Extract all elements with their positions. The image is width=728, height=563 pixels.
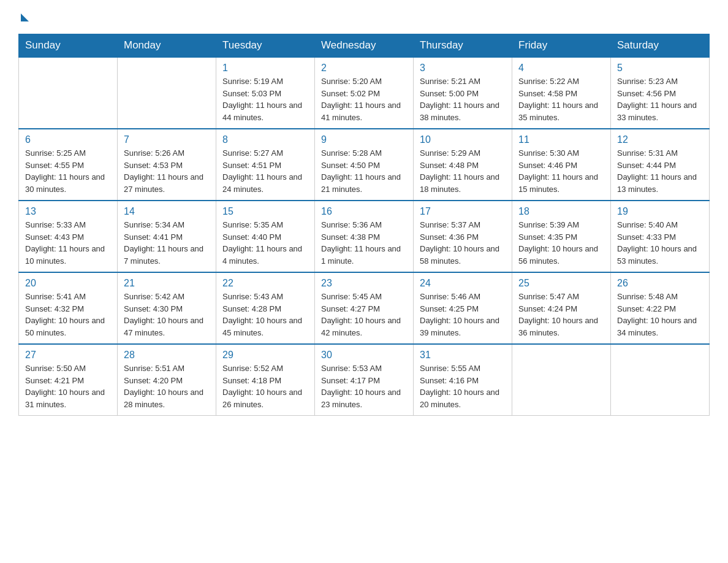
day-number: 23 <box>321 278 407 289</box>
day-info: Sunrise: 5:42 AMSunset: 4:30 PMDaylight:… <box>124 291 210 339</box>
calendar-cell: 17Sunrise: 5:37 AMSunset: 4:36 PMDayligh… <box>414 201 512 272</box>
day-info: Sunrise: 5:20 AMSunset: 5:02 PMDaylight:… <box>321 75 407 123</box>
calendar-cell: 23Sunrise: 5:45 AMSunset: 4:27 PMDayligh… <box>315 272 414 344</box>
day-number: 25 <box>518 278 604 289</box>
day-number: 28 <box>124 350 210 361</box>
calendar-cell: 13Sunrise: 5:33 AMSunset: 4:43 PMDayligh… <box>19 201 118 272</box>
day-info: Sunrise: 5:23 AMSunset: 4:56 PMDaylight:… <box>617 75 703 123</box>
calendar-cell: 14Sunrise: 5:34 AMSunset: 4:41 PMDayligh… <box>118 201 216 272</box>
day-info: Sunrise: 5:33 AMSunset: 4:43 PMDaylight:… <box>25 219 111 267</box>
day-info: Sunrise: 5:21 AMSunset: 5:00 PMDaylight:… <box>420 75 506 123</box>
calendar-cell <box>611 344 710 416</box>
day-number: 29 <box>222 350 308 361</box>
calendar-cell <box>512 344 611 416</box>
day-info: Sunrise: 5:29 AMSunset: 4:48 PMDaylight:… <box>420 147 506 195</box>
day-number: 27 <box>25 350 111 361</box>
calendar-cell: 7Sunrise: 5:26 AMSunset: 4:53 PMDaylight… <box>118 129 216 201</box>
day-number: 2 <box>321 63 407 74</box>
day-info: Sunrise: 5:50 AMSunset: 4:21 PMDaylight:… <box>25 362 111 410</box>
calendar-cell: 24Sunrise: 5:46 AMSunset: 4:25 PMDayligh… <box>414 272 512 344</box>
day-info: Sunrise: 5:30 AMSunset: 4:46 PMDaylight:… <box>518 147 604 195</box>
day-info: Sunrise: 5:41 AMSunset: 4:32 PMDaylight:… <box>25 291 111 339</box>
day-number: 21 <box>124 278 210 289</box>
day-number: 14 <box>124 206 210 217</box>
day-number: 26 <box>617 278 703 289</box>
day-info: Sunrise: 5:46 AMSunset: 4:25 PMDaylight:… <box>420 291 506 339</box>
calendar-cell: 21Sunrise: 5:42 AMSunset: 4:30 PMDayligh… <box>118 272 216 344</box>
calendar-cell: 3Sunrise: 5:21 AMSunset: 5:00 PMDaylight… <box>414 57 512 129</box>
day-info: Sunrise: 5:55 AMSunset: 4:16 PMDaylight:… <box>420 362 506 410</box>
logo <box>18 12 29 21</box>
day-number: 5 <box>617 63 703 74</box>
calendar-cell: 31Sunrise: 5:55 AMSunset: 4:16 PMDayligh… <box>414 344 512 416</box>
day-info: Sunrise: 5:19 AMSunset: 5:03 PMDaylight:… <box>222 75 308 123</box>
day-number: 17 <box>420 206 506 217</box>
day-number: 6 <box>25 134 111 145</box>
calendar-cell: 28Sunrise: 5:51 AMSunset: 4:20 PMDayligh… <box>118 344 216 416</box>
day-number: 18 <box>518 206 604 217</box>
weekday-header-wednesday: Wednesday <box>315 34 414 58</box>
calendar-cell: 11Sunrise: 5:30 AMSunset: 4:46 PMDayligh… <box>512 129 611 201</box>
day-number: 15 <box>222 206 308 217</box>
day-info: Sunrise: 5:25 AMSunset: 4:55 PMDaylight:… <box>25 147 111 195</box>
week-row-1: 1Sunrise: 5:19 AMSunset: 5:03 PMDaylight… <box>19 57 710 129</box>
day-info: Sunrise: 5:47 AMSunset: 4:24 PMDaylight:… <box>518 291 604 339</box>
weekday-header-tuesday: Tuesday <box>216 34 315 58</box>
weekday-header-friday: Friday <box>512 34 611 58</box>
calendar-table: SundayMondayTuesdayWednesdayThursdayFrid… <box>18 34 710 416</box>
calendar-cell: 18Sunrise: 5:39 AMSunset: 4:35 PMDayligh… <box>512 201 611 272</box>
day-number: 12 <box>617 134 703 145</box>
logo-triangle-icon <box>21 13 29 21</box>
day-number: 3 <box>420 63 506 74</box>
calendar-cell: 25Sunrise: 5:47 AMSunset: 4:24 PMDayligh… <box>512 272 611 344</box>
calendar-cell: 8Sunrise: 5:27 AMSunset: 4:51 PMDaylight… <box>216 129 315 201</box>
day-number: 20 <box>25 278 111 289</box>
calendar-cell: 30Sunrise: 5:53 AMSunset: 4:17 PMDayligh… <box>315 344 414 416</box>
week-row-3: 13Sunrise: 5:33 AMSunset: 4:43 PMDayligh… <box>19 201 710 272</box>
day-info: Sunrise: 5:37 AMSunset: 4:36 PMDaylight:… <box>420 219 506 267</box>
day-number: 8 <box>222 134 308 145</box>
week-row-4: 20Sunrise: 5:41 AMSunset: 4:32 PMDayligh… <box>19 272 710 344</box>
calendar-cell: 29Sunrise: 5:52 AMSunset: 4:18 PMDayligh… <box>216 344 315 416</box>
day-number: 13 <box>25 206 111 217</box>
calendar-cell: 4Sunrise: 5:22 AMSunset: 4:58 PMDaylight… <box>512 57 611 129</box>
calendar-cell: 27Sunrise: 5:50 AMSunset: 4:21 PMDayligh… <box>19 344 118 416</box>
day-number: 7 <box>124 134 210 145</box>
day-info: Sunrise: 5:53 AMSunset: 4:17 PMDaylight:… <box>321 362 407 410</box>
day-number: 19 <box>617 206 703 217</box>
day-info: Sunrise: 5:36 AMSunset: 4:38 PMDaylight:… <box>321 219 407 267</box>
day-number: 9 <box>321 134 407 145</box>
day-info: Sunrise: 5:52 AMSunset: 4:18 PMDaylight:… <box>222 362 308 410</box>
week-row-2: 6Sunrise: 5:25 AMSunset: 4:55 PMDaylight… <box>19 129 710 201</box>
day-info: Sunrise: 5:45 AMSunset: 4:27 PMDaylight:… <box>321 291 407 339</box>
calendar-cell: 15Sunrise: 5:35 AMSunset: 4:40 PMDayligh… <box>216 201 315 272</box>
day-info: Sunrise: 5:51 AMSunset: 4:20 PMDaylight:… <box>124 362 210 410</box>
calendar-cell: 5Sunrise: 5:23 AMSunset: 4:56 PMDaylight… <box>611 57 710 129</box>
calendar-cell: 19Sunrise: 5:40 AMSunset: 4:33 PMDayligh… <box>611 201 710 272</box>
weekday-header-saturday: Saturday <box>611 34 710 58</box>
day-info: Sunrise: 5:39 AMSunset: 4:35 PMDaylight:… <box>518 219 604 267</box>
calendar-cell: 22Sunrise: 5:43 AMSunset: 4:28 PMDayligh… <box>216 272 315 344</box>
day-info: Sunrise: 5:31 AMSunset: 4:44 PMDaylight:… <box>617 147 703 195</box>
day-number: 22 <box>222 278 308 289</box>
day-number: 1 <box>222 63 308 74</box>
calendar-cell: 16Sunrise: 5:36 AMSunset: 4:38 PMDayligh… <box>315 201 414 272</box>
calendar-cell: 12Sunrise: 5:31 AMSunset: 4:44 PMDayligh… <box>611 129 710 201</box>
calendar-cell: 20Sunrise: 5:41 AMSunset: 4:32 PMDayligh… <box>19 272 118 344</box>
day-info: Sunrise: 5:27 AMSunset: 4:51 PMDaylight:… <box>222 147 308 195</box>
weekday-header-monday: Monday <box>118 34 216 58</box>
calendar-cell: 26Sunrise: 5:48 AMSunset: 4:22 PMDayligh… <box>611 272 710 344</box>
day-info: Sunrise: 5:34 AMSunset: 4:41 PMDaylight:… <box>124 219 210 267</box>
calendar-cell: 6Sunrise: 5:25 AMSunset: 4:55 PMDaylight… <box>19 129 118 201</box>
week-row-5: 27Sunrise: 5:50 AMSunset: 4:21 PMDayligh… <box>19 344 710 416</box>
calendar-cell <box>118 57 216 129</box>
weekday-header-row: SundayMondayTuesdayWednesdayThursdayFrid… <box>19 34 710 58</box>
weekday-header-sunday: Sunday <box>19 34 118 58</box>
day-info: Sunrise: 5:48 AMSunset: 4:22 PMDaylight:… <box>617 291 703 339</box>
day-info: Sunrise: 5:22 AMSunset: 4:58 PMDaylight:… <box>518 75 604 123</box>
calendar-cell: 1Sunrise: 5:19 AMSunset: 5:03 PMDaylight… <box>216 57 315 129</box>
day-info: Sunrise: 5:40 AMSunset: 4:33 PMDaylight:… <box>617 219 703 267</box>
day-number: 30 <box>321 350 407 361</box>
calendar-cell: 9Sunrise: 5:28 AMSunset: 4:50 PMDaylight… <box>315 129 414 201</box>
day-info: Sunrise: 5:35 AMSunset: 4:40 PMDaylight:… <box>222 219 308 267</box>
